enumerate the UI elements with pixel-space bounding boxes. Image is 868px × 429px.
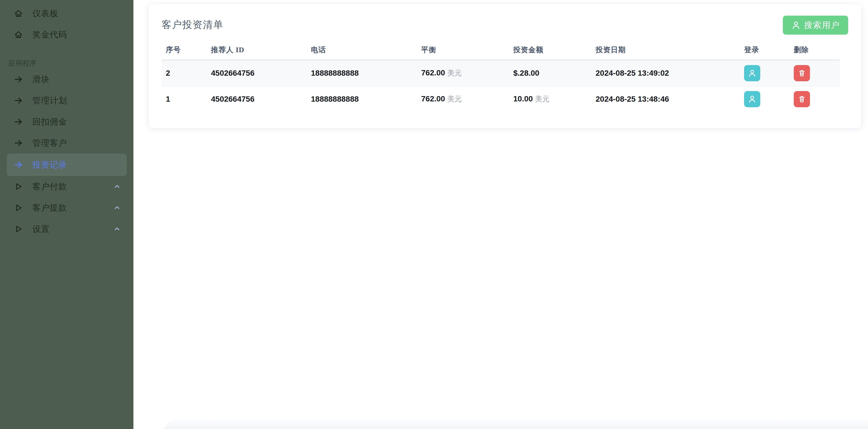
currency-unit: 美元	[447, 95, 462, 103]
cell-delete	[789, 86, 840, 112]
cell-referrer-id: 4502664756	[207, 60, 307, 86]
currency-unit: 美元	[447, 69, 462, 77]
home-icon	[13, 30, 24, 40]
investment-list-card: 客户投资清单 搜索用户 序号 推荐人 ID 电话 平衡	[149, 4, 861, 128]
cell-amount: 10.00美元	[509, 86, 591, 112]
cell-balance: 762.00美元	[417, 60, 509, 86]
chevron-up-icon	[113, 225, 121, 233]
arrow-right-icon	[13, 160, 24, 170]
sidebar-item-customer-payments[interactable]: 客户付款	[0, 176, 133, 197]
delete-record-button[interactable]	[794, 91, 810, 107]
home-icon	[13, 8, 24, 19]
sidebar-section-applications: 应用程序	[0, 58, 133, 69]
col-header-referrer-id: 推荐人 ID	[207, 40, 307, 60]
sidebar-item-investment-records[interactable]: 投资记录	[7, 153, 127, 176]
sidebar-item-label: 管理计划	[32, 95, 67, 107]
cell-phone: 18888888888	[307, 60, 417, 86]
cell-date: 2024-08-25 13:49:02	[591, 60, 740, 86]
card-header: 客户投资清单 搜索用户	[162, 14, 848, 36]
trash-icon	[797, 95, 806, 104]
sidebar: 仪表板 奖金代码 应用程序 滑块 管理计划 回扣佣金 管理客户 投资记录	[0, 0, 133, 429]
sidebar-item-dashboard[interactable]: 仪表板	[0, 3, 133, 24]
arrow-right-icon	[13, 117, 24, 127]
sidebar-item-label: 回扣佣金	[32, 116, 67, 127]
sidebar-item-label: 设置	[32, 223, 50, 235]
person-icon	[791, 20, 801, 30]
col-header-amount: 投资金额	[509, 40, 591, 60]
sidebar-item-bonus-code[interactable]: 奖金代码	[0, 24, 133, 45]
cell-delete	[789, 60, 840, 86]
sidebar-item-label: 滑块	[32, 74, 50, 85]
cell-login	[740, 60, 789, 86]
person-icon	[748, 69, 757, 78]
sidebar-item-label: 管理客户	[32, 137, 67, 149]
cell-amount: $.28.00	[509, 60, 591, 86]
sidebar-item-label: 客户提款	[32, 202, 67, 214]
sidebar-item-manage-plans[interactable]: 管理计划	[0, 90, 133, 111]
chevron-up-icon	[113, 204, 121, 212]
col-header-delete: 删除	[789, 40, 840, 60]
sidebar-item-slider[interactable]: 滑块	[0, 69, 133, 90]
col-header-balance: 平衡	[417, 40, 509, 60]
play-icon	[13, 224, 24, 234]
play-icon	[13, 181, 24, 192]
play-icon	[13, 203, 24, 213]
sidebar-item-label: 投资记录	[32, 159, 67, 171]
sidebar-item-settings[interactable]: 设置	[0, 219, 133, 240]
arrow-right-icon	[13, 138, 24, 148]
main-content: 客户投资清单 搜索用户 序号 推荐人 ID 电话 平衡	[133, 0, 868, 429]
investment-table: 序号 推荐人 ID 电话 平衡 投资金额 投资日期 登录 删除 2 450266…	[162, 40, 840, 112]
table-header-row: 序号 推荐人 ID 电话 平衡 投资金额 投资日期 登录 删除	[162, 40, 840, 60]
table-row: 1 4502664756 18888888888 762.00美元 10.00美…	[162, 86, 840, 112]
app-root: 仪表板 奖金代码 应用程序 滑块 管理计划 回扣佣金 管理客户 投资记录	[0, 0, 868, 429]
sidebar-item-customer-withdrawals[interactable]: 客户提款	[0, 197, 133, 219]
next-card-edge	[163, 418, 868, 429]
cell-serial: 2	[162, 60, 207, 86]
chevron-up-icon	[113, 183, 121, 191]
cell-login	[740, 86, 789, 112]
sidebar-item-manage-customers[interactable]: 管理客户	[0, 133, 133, 153]
cell-phone: 18888888888	[307, 86, 417, 112]
login-as-user-button[interactable]	[744, 91, 760, 107]
sidebar-item-label: 客户付款	[32, 181, 67, 193]
arrow-right-icon	[13, 74, 24, 84]
cell-referrer-id: 4502664756	[207, 86, 307, 112]
arrow-right-icon	[13, 95, 24, 106]
table-row: 2 4502664756 18888888888 762.00美元 $.28.0…	[162, 60, 840, 86]
cell-balance: 762.00美元	[417, 86, 509, 112]
currency-unit: 美元	[535, 95, 550, 103]
col-header-serial: 序号	[162, 40, 207, 60]
sidebar-item-label: 奖金代码	[32, 29, 67, 40]
sidebar-item-label: 仪表板	[32, 8, 58, 19]
cell-serial: 1	[162, 86, 207, 112]
search-user-button-label: 搜索用户	[804, 20, 840, 31]
col-header-date: 投资日期	[591, 40, 740, 60]
trash-icon	[797, 69, 806, 78]
login-as-user-button[interactable]	[744, 65, 760, 81]
col-header-login: 登录	[740, 40, 789, 60]
person-icon	[748, 95, 757, 104]
page-title: 客户投资清单	[162, 14, 848, 31]
search-user-button[interactable]: 搜索用户	[783, 16, 848, 35]
col-header-phone: 电话	[307, 40, 417, 60]
sidebar-item-rebate-commission[interactable]: 回扣佣金	[0, 111, 133, 133]
delete-record-button[interactable]	[794, 65, 810, 81]
cell-date: 2024-08-25 13:48:46	[591, 86, 740, 112]
